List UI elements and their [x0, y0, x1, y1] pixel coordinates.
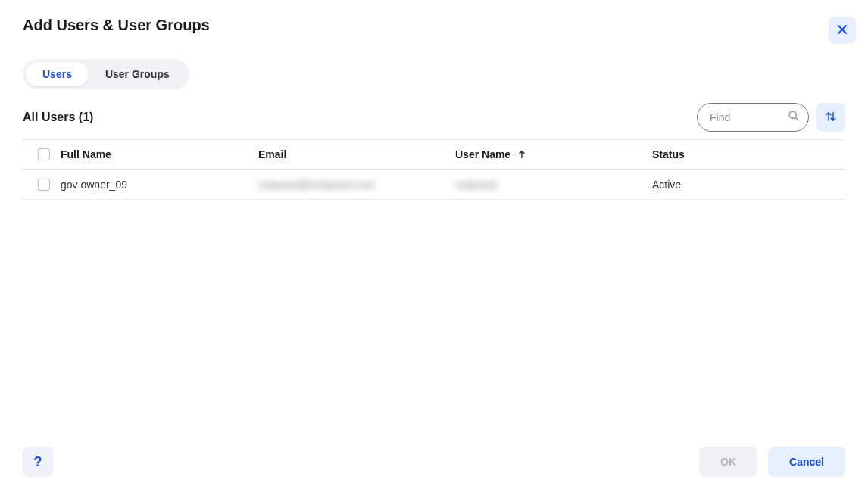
select-all-checkbox[interactable]: [38, 148, 50, 160]
search-box: [697, 103, 809, 132]
cell-fullname: gov owner_09: [61, 179, 258, 191]
tabs: Users User Groups: [23, 59, 189, 89]
users-table: Full Name Email User Name Status gov own…: [23, 139, 845, 200]
table-row[interactable]: gov owner_09 redacted@redacted.com redac…: [23, 170, 845, 200]
cell-username: redacted: [455, 179, 652, 191]
sort-asc-icon: [518, 150, 526, 159]
col-header-username[interactable]: User Name: [455, 148, 652, 160]
cancel-button[interactable]: Cancel: [768, 447, 845, 477]
row-checkbox[interactable]: [38, 179, 50, 191]
tab-users[interactable]: Users: [26, 62, 89, 86]
dialog-footer: ? OK Cancel: [0, 447, 868, 477]
sort-button[interactable]: [816, 103, 845, 132]
ok-button: OK: [699, 447, 757, 477]
list-heading: All Users (1): [23, 111, 93, 124]
col-header-status[interactable]: Status: [652, 148, 845, 160]
cell-status: Active: [652, 179, 845, 191]
help-button[interactable]: ?: [23, 447, 53, 477]
col-header-username-label: User Name: [455, 148, 510, 160]
close-icon: [836, 23, 848, 38]
search-input[interactable]: [697, 103, 809, 132]
sort-arrows-icon: [824, 110, 838, 126]
table-header-row: Full Name Email User Name Status: [23, 139, 845, 170]
cell-email: redacted@redacted.com: [258, 179, 455, 191]
close-button[interactable]: [829, 17, 856, 44]
tab-user-groups[interactable]: User Groups: [89, 62, 186, 86]
col-header-email[interactable]: Email: [258, 148, 455, 160]
dialog-title: Add Users & User Groups: [23, 17, 210, 34]
col-header-fullname[interactable]: Full Name: [61, 148, 258, 160]
